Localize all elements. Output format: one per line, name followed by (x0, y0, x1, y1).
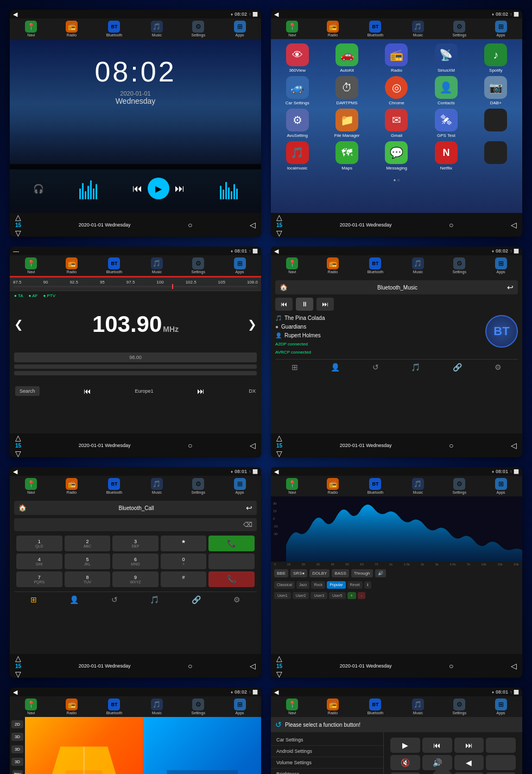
app-netflix[interactable]: NNetflix (423, 141, 469, 171)
key-star[interactable]: ★ (161, 536, 207, 551)
style-info[interactable]: ℹ (364, 581, 371, 589)
nav-radio-7[interactable]: 📻Radio (66, 699, 78, 715)
key-8[interactable]: 8TUV (65, 571, 111, 587)
triangle-up-1[interactable]: △ (15, 213, 21, 222)
key-2[interactable]: 2ABC (65, 536, 111, 551)
setting-car[interactable]: Car Settings (271, 734, 383, 746)
triangle-down-6[interactable]: ▽ (276, 670, 282, 678)
style-classical[interactable]: Classical (274, 581, 295, 589)
style-popular[interactable]: Popular (327, 581, 345, 589)
nav-navi-3[interactable]: 📍Navi (25, 257, 37, 274)
menu-icon-4[interactable]: ◁ (511, 441, 517, 450)
func-next[interactable]: ⏭ (454, 738, 484, 753)
call-b-person[interactable]: 👤 (69, 595, 79, 604)
key-4[interactable]: 4GHI (16, 553, 62, 569)
nav-music-7[interactable]: 🎵Music (151, 699, 163, 715)
app-contacts[interactable]: 👤Contacts (423, 76, 469, 105)
prev-station-btn[interactable]: ⏮ (84, 387, 91, 395)
triangle-down-3[interactable]: ▽ (15, 449, 21, 458)
nav-music-1[interactable]: 🎵Music (151, 21, 163, 37)
triangle-down-5[interactable]: ▽ (15, 670, 21, 678)
nav-music-2[interactable]: 🎵Music (412, 21, 424, 37)
app-autokit[interactable]: 🚗AutoKit (324, 43, 370, 73)
bt-music-back[interactable]: ↩ (507, 283, 514, 292)
nav-apps-8[interactable]: ⊞Apps (495, 699, 507, 715)
user-2[interactable]: User2 (293, 592, 309, 599)
home-icon-4[interactable]: ○ (449, 441, 453, 450)
app-360view[interactable]: 👁360View (274, 43, 320, 73)
nav-radio-4[interactable]: 📻Radio (327, 257, 339, 274)
back-icon-3[interactable]: — (13, 248, 19, 254)
key-7[interactable]: 7PQRS (16, 571, 62, 587)
brand-through[interactable]: Through (351, 569, 373, 577)
nav-music-4[interactable]: 🎵Music (412, 257, 424, 274)
func-vol-up[interactable]: 🔊 (422, 755, 452, 770)
menu-icon-6[interactable]: ◁ (511, 662, 517, 670)
call-b-refresh[interactable]: ↺ (111, 595, 118, 604)
nav-settings-3[interactable]: ⚙Settings (192, 257, 205, 274)
func-mute[interactable]: 🔇 (390, 755, 420, 770)
nav-radio-6[interactable]: 📻Radio (327, 478, 339, 494)
user-remove-btn[interactable]: - (358, 592, 365, 599)
nav-radio-1[interactable]: 📻Radio (66, 21, 78, 37)
brand-bbe[interactable]: BBE (274, 569, 288, 577)
home-icon-5[interactable]: ○ (188, 662, 192, 670)
nav-bt-6[interactable]: BTBluetooth (368, 478, 384, 494)
call-b-link[interactable]: 🔗 (192, 595, 201, 604)
app-radio[interactable]: 📻Radio (373, 43, 420, 73)
brand-dolby[interactable]: DOLBY (309, 569, 330, 577)
key-3[interactable]: 3DEF (112, 536, 159, 551)
home-icon-1[interactable]: ○ (188, 221, 192, 229)
delete-btn[interactable]: ⌫ (243, 521, 252, 528)
home-icon-3[interactable]: ○ (188, 441, 192, 450)
view-3d-btn-2[interactable]: 3D (11, 745, 23, 753)
af-option[interactable]: ● AF (29, 293, 38, 298)
menu-icon-1[interactable]: ◁ (250, 221, 256, 229)
nav-apps-1[interactable]: ⊞Apps (234, 21, 246, 37)
nav-navi-7[interactable]: 📍Navi (25, 699, 37, 715)
nav-navi-4[interactable]: 📍Navi (286, 257, 298, 274)
nav-settings-8[interactable]: ⚙Settings (453, 699, 466, 715)
setting-android[interactable]: Android Settings (271, 746, 383, 757)
bt-bottom-gear[interactable]: ⚙ (495, 363, 502, 372)
user-1[interactable]: User1 (274, 592, 291, 599)
menu-icon-2[interactable]: ◁ (511, 221, 517, 229)
user-add-btn[interactable]: + (347, 592, 356, 599)
nav-bt-1[interactable]: BTBluetooth (106, 21, 123, 37)
ta-option[interactable]: ● TA (14, 293, 23, 298)
home-icon-2[interactable]: ○ (449, 221, 453, 229)
preset-1[interactable]: 98.00 (14, 353, 257, 362)
triangle-up-2[interactable]: △ (276, 213, 282, 222)
back-icon-7[interactable]: ◀ (13, 689, 17, 696)
triangle-up-3[interactable]: △ (15, 433, 21, 442)
ptv-option[interactable]: ● PTV (43, 293, 55, 298)
app-spotify[interactable]: ♪Spotify (473, 43, 519, 73)
key-6[interactable]: 6MNO (112, 553, 159, 569)
menu-icon-3[interactable]: ◁ (250, 441, 256, 450)
home-icon-6[interactable]: ○ (449, 662, 453, 670)
func-play[interactable]: ▶ (390, 738, 420, 753)
bt-next-btn[interactable]: ⏭ (316, 298, 334, 311)
triangle-down-1[interactable]: ▽ (15, 229, 21, 237)
app-gpstest[interactable]: 🛰GPS Test (423, 109, 469, 138)
preset-3[interactable] (14, 371, 257, 375)
key-0plus[interactable]: 0+ (161, 553, 207, 569)
app-siriusxm[interactable]: 📡SiriusXM (423, 43, 469, 73)
nav-navi-5[interactable]: 📍Navi (25, 478, 37, 494)
call-b-grid[interactable]: ⊞ (30, 595, 37, 604)
menu-icon-5[interactable]: ◁ (250, 662, 256, 670)
play-btn[interactable]: ▶ (148, 178, 169, 199)
setting-volume[interactable]: Volume Settings (271, 757, 383, 769)
key-call[interactable]: 📞 (208, 536, 255, 551)
nav-apps-4[interactable]: ⊞Apps (495, 257, 507, 274)
bt-bottom-grid[interactable]: ⊞ (292, 363, 298, 372)
app-gmail[interactable]: ✉Gmail (373, 109, 420, 138)
app-filemanager[interactable]: 📁File Manager (324, 109, 370, 138)
nav-settings-6[interactable]: ⚙Settings (453, 478, 466, 494)
nav-bt-4[interactable]: BTBluetooth (368, 257, 384, 274)
back-area-1[interactable]: △ 15 ▽ (15, 213, 21, 237)
prev-btn[interactable]: ⏮ (132, 183, 142, 194)
freq-slider[interactable] (13, 286, 258, 287)
back-icon-4[interactable]: ◀ (274, 248, 278, 255)
next-btn[interactable]: ⏭ (175, 183, 185, 194)
